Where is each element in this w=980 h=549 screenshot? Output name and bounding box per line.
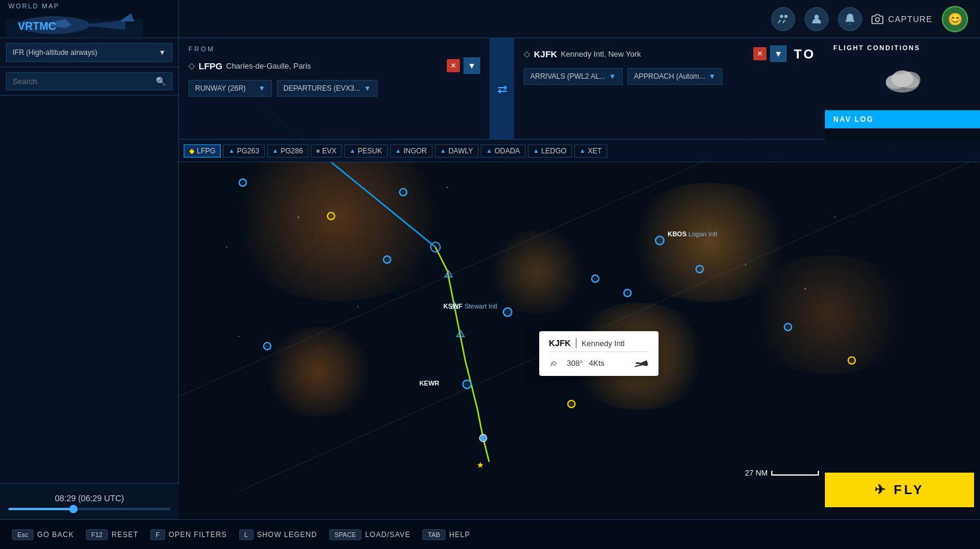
popup-wind-row: 308° 4Kts (549, 357, 649, 369)
departures-select[interactable]: DEPARTURES (EVX3... ▼ (277, 80, 378, 97)
kswf-label: KSWF Stewart Intl (443, 303, 497, 310)
left-sidebar: IFR (High-altitude airways) ▼ 🔍 (0, 38, 179, 519)
logo-area: WORLD MAP VRTMC (0, 0, 179, 38)
waypoint-ledgo[interactable]: ▲ LEDGO (528, 144, 572, 158)
airport-dot-star-4[interactable] (567, 400, 576, 408)
kewr-dot[interactable] (462, 380, 472, 389)
hotkey-showlegend: L SHOW LEGEND (239, 529, 317, 540)
from-clear-button[interactable]: ✕ (447, 59, 460, 72)
user-avatar[interactable]: 😊 (942, 6, 968, 32)
airport-dot-8[interactable] (784, 323, 792, 331)
airport-dot-2[interactable] (591, 274, 599, 283)
logo: WORLD MAP VRTMC (6, 1, 143, 37)
approach-select[interactable]: APPROACH (Autom... ▼ (627, 68, 722, 85)
flight-conditions: FLIGHT CONDITIONS (825, 38, 980, 110)
players-icon[interactable] (771, 7, 795, 31)
pg286-label: PG286 (281, 147, 303, 155)
airways-label: IFR (High-altitude airways) (13, 48, 97, 57)
hotkey-help-label: HELP (449, 531, 470, 539)
swap-button[interactable]: ⇄ (490, 38, 514, 139)
pesuk-icon: ▲ (350, 147, 355, 154)
xet-icon: ▲ (580, 147, 586, 154)
to-clear-button[interactable]: ✕ (753, 47, 766, 60)
search-area: 🔍 (0, 67, 178, 95)
fly-label: FLY (894, 482, 925, 498)
user-icon[interactable] (805, 7, 828, 31)
capture-button[interactable]: CAPTURE (871, 13, 932, 25)
from-airport-code: LFPG (199, 61, 222, 71)
waypoint-evx[interactable]: ■ EVX (311, 144, 342, 158)
nav-log-bar[interactable]: NAV LOG (825, 110, 980, 128)
hotkey-goback: Esc GO BACK (12, 529, 74, 540)
popup-title-row: KJFK Kennedy Intl (549, 338, 649, 352)
waypoint-pesuk[interactable]: ▲ PESUK (344, 144, 388, 158)
airways-select[interactable]: IFR (High-altitude airways) ▼ (6, 43, 172, 62)
flight-conditions-title: FLIGHT CONDITIONS (833, 44, 972, 51)
to-select-row: ARRIVALS (PWL2 AL... ▼ APPROACH (Autom..… (524, 68, 787, 85)
runway-select[interactable]: RUNWAY (26R) ▼ (188, 80, 272, 97)
kswf-dot[interactable] (503, 307, 512, 317)
airways-arrow: ▼ (159, 48, 166, 57)
airport-dot-1[interactable] (695, 265, 704, 273)
dawly-icon: ▲ (440, 147, 446, 154)
to-dropdown-button[interactable]: ▼ (770, 45, 787, 62)
waypoint-pg263[interactable]: ▲ PG263 (223, 144, 264, 158)
runway-label: RUNWAY (26R) (195, 84, 246, 92)
popup-wind-direction: 308° (567, 359, 583, 368)
waypoint-dawly[interactable]: ▲ DAWLY (435, 144, 478, 158)
waypoint-ingor[interactable]: ▲ INGOR (390, 144, 432, 158)
svg-marker-4 (119, 13, 134, 21)
lfpg-icon: ◆ (189, 147, 194, 155)
top-bar: WORLD MAP VRTMC (0, 0, 980, 38)
waypoint-xet[interactable]: ▲ XET (574, 144, 607, 158)
approach-arrow: ▼ (709, 72, 716, 81)
airport-dot-4[interactable] (399, 188, 407, 196)
hotkey-loadsave-label: LOAD/SAVE (365, 531, 410, 539)
kbos-label: KBOS Logan Intl (667, 230, 717, 238)
from-dropdown-button[interactable]: ▼ (463, 57, 480, 74)
hotkey-reset: F12 RESET (86, 529, 138, 540)
popup-wind-speed: 4Kts (589, 359, 604, 368)
waypoint-lfpg[interactable]: ◆ LFPG (184, 144, 221, 158)
right-panel: FLIGHT CONDITIONS NAV LOG (825, 38, 980, 128)
search-input[interactable] (13, 77, 151, 86)
notifications-icon[interactable] (838, 7, 862, 31)
pg263-icon: ▲ (228, 147, 234, 154)
waypoint-pg286[interactable]: ▲ PG286 (267, 144, 308, 158)
capture-label: CAPTURE (888, 14, 932, 24)
evx-label: EVX (322, 147, 336, 155)
airport-dot-6[interactable] (383, 255, 391, 264)
airport-dot-5[interactable] (239, 178, 247, 187)
fly-button[interactable]: ✈ FLY (825, 473, 974, 507)
kewr-label: KEWR (419, 380, 440, 387)
pg263-label: PG263 (237, 147, 259, 155)
airport-dot-3[interactable] (623, 289, 632, 297)
hotkey-l-key: L (239, 529, 253, 540)
airways-row: IFR (High-altitude airways) ▼ (0, 38, 178, 67)
time-slider-thumb[interactable] (69, 505, 78, 513)
odada-icon: ▲ (486, 147, 492, 154)
airport-dot-star-3[interactable] (848, 356, 856, 365)
popup-airport-name: Kennedy Intl (582, 339, 625, 348)
hotkey-f-key: F (150, 529, 165, 540)
arrivals-label: ARRIVALS (PWL2 AL... (530, 72, 605, 81)
time-slider-track[interactable] (8, 508, 171, 510)
hotkey-openfilters: F OPEN FILTERS (150, 529, 227, 540)
arrivals-select[interactable]: ARRIVALS (PWL2 AL... ▼ (524, 68, 623, 85)
approach-label: APPROACH (Autom... (634, 72, 705, 81)
svg-point-13 (892, 70, 913, 87)
airport-dot-star-1[interactable] (327, 212, 335, 220)
hotkey-tab-key: TAB (422, 529, 446, 540)
kbos-dot[interactable] (655, 236, 664, 245)
top-right-icons: CAPTURE 😊 (771, 6, 980, 32)
svg-point-6 (780, 14, 784, 18)
hotkey-filters-label: OPEN FILTERS (169, 531, 227, 539)
hotkey-goback-label: GO BACK (37, 531, 74, 539)
waypoint-bar: ◆ LFPG ▲ PG263 ▲ PG286 ■ EVX ▲ PESUK ▲ I… (179, 140, 980, 162)
evx-icon: ■ (316, 147, 320, 154)
hotkey-f12-key: F12 (86, 529, 108, 540)
pesuk-label: PESUK (358, 147, 382, 155)
airport-dot-7[interactable] (263, 342, 271, 350)
departures-arrow: ▼ (364, 84, 371, 92)
waypoint-odada[interactable]: ▲ ODADA (481, 144, 525, 158)
